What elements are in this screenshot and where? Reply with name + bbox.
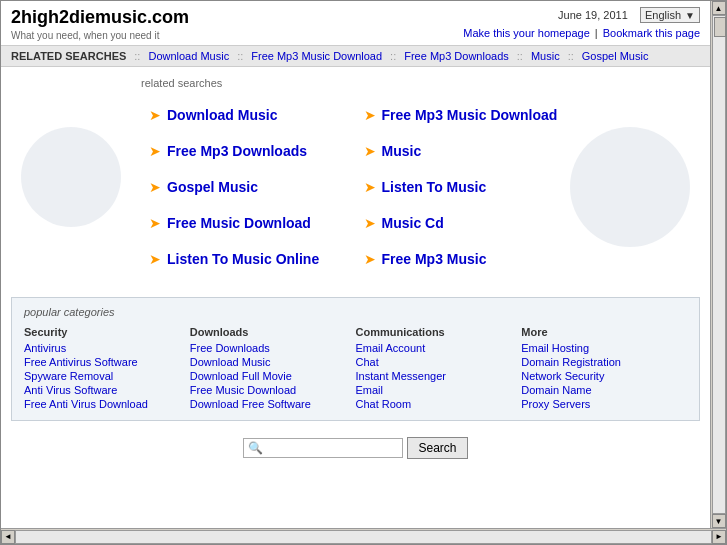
site-tagline: What you need, when you need it xyxy=(11,30,189,41)
orange-arrow-icon: ➤ xyxy=(364,215,376,231)
link-proxy-servers[interactable]: Proxy Servers xyxy=(521,398,687,410)
header-right: June 19, 2011 English ▼ Make this your h… xyxy=(463,7,700,39)
link-free-music-download[interactable]: Free Music Download xyxy=(167,215,311,231)
orange-arrow-icon: ➤ xyxy=(364,179,376,195)
category-security: Security Antivirus Free Antivirus Softwa… xyxy=(24,326,190,412)
nav-sep-3: :: xyxy=(390,50,396,62)
search-link-item: ➤ Listen To Music Online xyxy=(141,241,356,277)
link-chat-room[interactable]: Chat Room xyxy=(356,398,522,410)
search-icon: 🔍 xyxy=(248,441,263,455)
link-listen-to-music-online[interactable]: Listen To Music Online xyxy=(167,251,319,267)
link-domain-registration[interactable]: Domain Registration xyxy=(521,356,687,368)
nav-link-gospel[interactable]: Gospel Music xyxy=(582,50,649,62)
category-downloads: Downloads Free Downloads Download Music … xyxy=(190,326,356,412)
category-header-downloads: Downloads xyxy=(190,326,356,338)
search-link-item: ➤ Free Mp3 Music Download xyxy=(356,97,571,133)
scroll-thumb[interactable] xyxy=(714,17,726,37)
date-text: June 19, 2011 xyxy=(558,9,628,21)
category-header-communications: Communications xyxy=(356,326,522,338)
link-download-free-software[interactable]: Download Free Software xyxy=(190,398,356,410)
link-free-anti-virus-download[interactable]: Free Anti Virus Download xyxy=(24,398,190,410)
nav-sep-4: :: xyxy=(517,50,523,62)
search-button[interactable]: Search xyxy=(407,437,467,459)
nav-link-download-music[interactable]: Download Music xyxy=(148,50,229,62)
date-display: June 19, 2011 English ▼ xyxy=(463,7,700,23)
search-link-item: ➤ Free Mp3 Downloads xyxy=(141,133,356,169)
link-music[interactable]: Music xyxy=(382,143,422,159)
horizontal-scrollbar[interactable]: ◄ ► xyxy=(1,528,726,544)
link-free-mp3-music[interactable]: Free Mp3 Music xyxy=(382,251,487,267)
homepage-link[interactable]: Make this your homepage xyxy=(463,27,590,39)
link-spyware-removal[interactable]: Spyware Removal xyxy=(24,370,190,382)
separator: | xyxy=(595,27,601,39)
nav-sep-2: :: xyxy=(237,50,243,62)
orange-arrow-icon: ➤ xyxy=(364,143,376,159)
link-free-mp3-music-download[interactable]: Free Mp3 Music Download xyxy=(382,107,558,123)
link-listen-to-music[interactable]: Listen To Music xyxy=(382,179,487,195)
orange-arrow-icon: ➤ xyxy=(149,179,161,195)
orange-arrow-icon: ➤ xyxy=(149,215,161,231)
header-links: Make this your homepage | Bookmark this … xyxy=(463,27,700,39)
link-instant-messenger[interactable]: Instant Messenger xyxy=(356,370,522,382)
nav-link-music[interactable]: Music xyxy=(531,50,560,62)
popular-categories: popular categories Security Antivirus Fr… xyxy=(11,297,700,421)
scroll-track[interactable] xyxy=(712,15,726,514)
link-email-hosting[interactable]: Email Hosting xyxy=(521,342,687,354)
orange-arrow-icon: ➤ xyxy=(149,143,161,159)
bookmark-link[interactable]: Bookmark this page xyxy=(603,27,700,39)
link-antivirus[interactable]: Antivirus xyxy=(24,342,190,354)
link-gospel-music[interactable]: Gospel Music xyxy=(167,179,258,195)
search-content: related searches ➤ Download Music ➤ Free… xyxy=(1,67,710,287)
scroll-up-button[interactable]: ▲ xyxy=(712,1,726,15)
link-download-full-movie[interactable]: Download Full Movie xyxy=(190,370,356,382)
categories-grid: Security Antivirus Free Antivirus Softwa… xyxy=(24,326,687,412)
link-email-account[interactable]: Email Account xyxy=(356,342,522,354)
orange-arrow-icon: ➤ xyxy=(364,251,376,267)
link-free-downloads[interactable]: Free Downloads xyxy=(190,342,356,354)
bottom-search-bar: 🔍 Search xyxy=(1,429,710,465)
dropdown-arrow-icon: ▼ xyxy=(685,10,695,21)
nav-sep-5: :: xyxy=(568,50,574,62)
decorative-circle-left xyxy=(21,127,121,227)
popular-categories-label: popular categories xyxy=(24,306,687,318)
link-chat[interactable]: Chat xyxy=(356,356,522,368)
language-selector[interactable]: English ▼ xyxy=(640,7,700,23)
search-input[interactable] xyxy=(266,442,396,454)
search-input-wrapper: 🔍 xyxy=(243,438,403,458)
scroll-left-button[interactable]: ◄ xyxy=(1,530,15,544)
orange-arrow-icon: ➤ xyxy=(364,107,376,123)
link-music-cd[interactable]: Music Cd xyxy=(382,215,444,231)
orange-arrow-icon: ➤ xyxy=(149,251,161,267)
nav-sep-1: :: xyxy=(134,50,140,62)
link-domain-name[interactable]: Domain Name xyxy=(521,384,687,396)
related-searches-heading: related searches xyxy=(141,77,710,89)
link-free-music-download-cat[interactable]: Free Music Download xyxy=(190,384,356,396)
search-link-item: ➤ Music xyxy=(356,133,571,169)
category-header-security: Security xyxy=(24,326,190,338)
search-link-item: ➤ Free Mp3 Music xyxy=(356,241,571,277)
search-links-grid: ➤ Download Music ➤ Free Mp3 Music Downlo… xyxy=(141,97,570,277)
scroll-right-button[interactable]: ► xyxy=(712,530,726,544)
link-download-music[interactable]: Download Music xyxy=(167,107,277,123)
search-link-item: ➤ Download Music xyxy=(141,97,356,133)
link-email[interactable]: Email xyxy=(356,384,522,396)
link-network-security[interactable]: Network Security xyxy=(521,370,687,382)
link-download-music-cat[interactable]: Download Music xyxy=(190,356,356,368)
link-free-antivirus-software[interactable]: Free Antivirus Software xyxy=(24,356,190,368)
nav-link-free-mp3[interactable]: Free Mp3 Downloads xyxy=(404,50,509,62)
orange-arrow-icon: ➤ xyxy=(149,107,161,123)
link-anti-virus-software[interactable]: Anti Virus Software xyxy=(24,384,190,396)
hscroll-track[interactable] xyxy=(15,530,712,544)
site-branding: 2high2diemusic.com What you need, when y… xyxy=(11,7,189,41)
decorative-circle-right xyxy=(570,127,690,247)
search-link-item: ➤ Listen To Music xyxy=(356,169,571,205)
link-free-mp3-downloads[interactable]: Free Mp3 Downloads xyxy=(167,143,307,159)
vertical-scrollbar[interactable]: ▲ ▼ xyxy=(710,1,726,528)
site-title: 2high2diemusic.com xyxy=(11,7,189,28)
nav-bar: RELATED SEARCHES :: Download Music :: Fr… xyxy=(1,46,710,67)
category-header-more: More xyxy=(521,326,687,338)
search-link-item: ➤ Music Cd xyxy=(356,205,571,241)
nav-link-free-mp3-music[interactable]: Free Mp3 Music Download xyxy=(251,50,382,62)
scroll-down-button[interactable]: ▼ xyxy=(712,514,726,528)
category-more: More Email Hosting Domain Registration N… xyxy=(521,326,687,412)
